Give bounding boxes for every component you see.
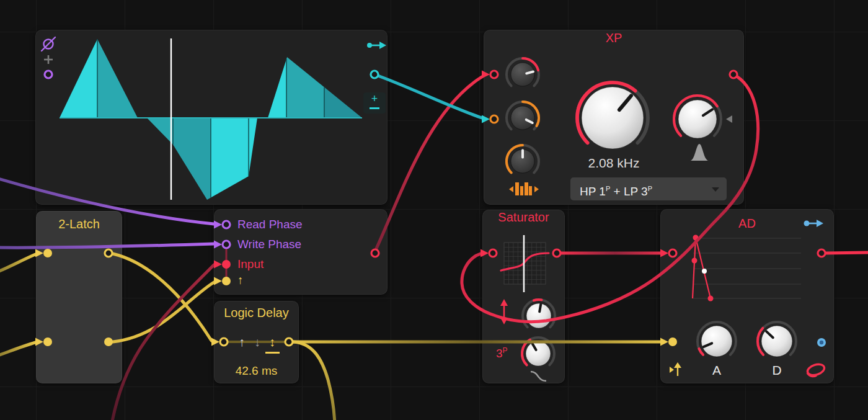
filter-mode-dropdown[interactable]: HP 1P + LP 3P [570, 177, 727, 200]
filter-mode-text: HP 1 [580, 185, 606, 198]
delay-line-module [214, 209, 388, 295]
polarity-plus: + [371, 92, 378, 105]
polarity-button[interactable]: + [363, 92, 386, 114]
wavetable-module [35, 30, 388, 205]
cable-latch-to-retrig [113, 282, 214, 342]
latch-module [36, 211, 122, 383]
cable-input-down [112, 265, 214, 420]
mode-up-button[interactable]: ↑ [236, 335, 247, 349]
cable-wave-to-xp [374, 74, 482, 118]
cable-delayline-to-xp [375, 77, 482, 251]
grid-canvas: HP 1P + LP 3P + [0, 0, 868, 420]
saturator-module [482, 210, 565, 383]
mode-down-button[interactable]: ↓ [252, 335, 263, 349]
selected-mode-underline [265, 352, 280, 354]
ad-envelope-module [660, 209, 834, 383]
cable-logic-down [293, 342, 335, 420]
cable-latch-to-logic [113, 254, 211, 341]
mode-both-button[interactable]: ↕ [267, 335, 278, 349]
chevron-down-icon [712, 187, 719, 192]
polarity-minus-bar [370, 107, 379, 109]
cable-yellow-tail2 [0, 342, 35, 356]
cable-yellow-tail1 [0, 254, 35, 272]
